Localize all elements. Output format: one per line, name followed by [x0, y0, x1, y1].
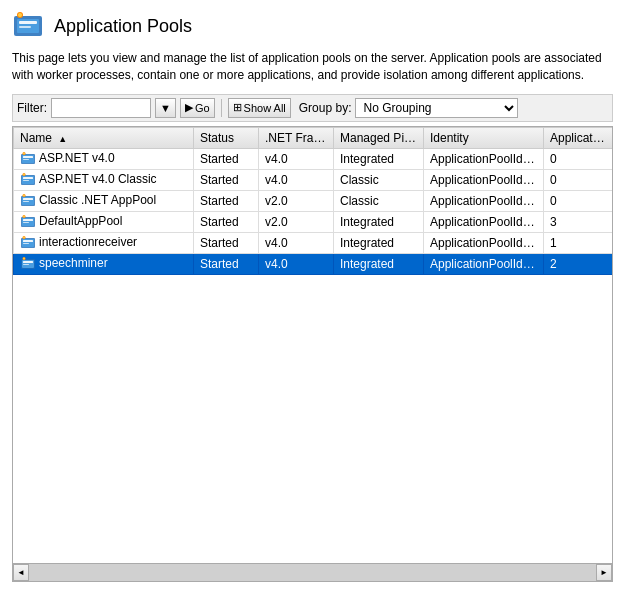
col-header-netframe[interactable]: .NET Frame... — [259, 127, 334, 148]
go-icon: ▶ — [185, 101, 193, 114]
table-row[interactable]: ASP.NET v4.0Startedv4.0IntegratedApplica… — [14, 148, 613, 169]
cell-app: 0 — [544, 190, 613, 211]
svg-rect-8 — [23, 156, 33, 158]
cell-netframe: v4.0 — [259, 253, 334, 274]
svg-point-11 — [23, 152, 25, 154]
cell-name: DefaultAppPool — [14, 211, 194, 232]
svg-point-41 — [23, 257, 25, 259]
show-all-icon: ⊞ — [233, 101, 242, 114]
svg-rect-20 — [23, 198, 33, 200]
cell-identity: ApplicationPoolIden... — [424, 169, 544, 190]
svg-point-17 — [23, 173, 25, 175]
table-header-row: Name ▲ Status .NET Frame... Managed Pipe… — [14, 127, 613, 148]
cell-status: Started — [194, 253, 259, 274]
page-container: Application Pools This page lets you vie… — [0, 0, 625, 592]
table-scroll[interactable]: Name ▲ Status .NET Frame... Managed Pipe… — [13, 127, 612, 563]
svg-rect-27 — [23, 222, 29, 223]
cell-name-text: ASP.NET v4.0 — [39, 151, 115, 165]
sort-arrow-icon: ▲ — [58, 134, 67, 144]
cell-pipeline: Classic — [334, 169, 424, 190]
app-pool-row-icon — [20, 256, 39, 270]
col-header-name[interactable]: Name ▲ — [14, 127, 194, 148]
cell-identity: ApplicationPoolIden... — [424, 148, 544, 169]
scroll-left-btn[interactable]: ◄ — [13, 564, 29, 581]
scrollbar-track[interactable] — [29, 564, 596, 581]
col-header-status[interactable]: Status — [194, 127, 259, 148]
svg-rect-2 — [19, 21, 37, 24]
scroll-left-icon: ◄ — [17, 568, 25, 577]
cell-netframe: v2.0 — [259, 190, 334, 211]
cell-pipeline: Integrated — [334, 253, 424, 274]
svg-rect-15 — [23, 180, 29, 181]
cell-app: 3 — [544, 211, 613, 232]
cell-status: Started — [194, 148, 259, 169]
cell-pipeline: Integrated — [334, 148, 424, 169]
svg-rect-3 — [19, 26, 31, 28]
svg-point-5 — [18, 13, 22, 17]
cell-pipeline: Integrated — [334, 211, 424, 232]
app-pool-row-icon — [20, 151, 39, 165]
cell-netframe: v4.0 — [259, 232, 334, 253]
cell-name: ASP.NET v4.0 — [14, 148, 194, 169]
cell-pipeline: Classic — [334, 190, 424, 211]
svg-rect-39 — [23, 264, 29, 265]
table-row[interactable]: speechminerStartedv4.0IntegratedApplicat… — [14, 253, 613, 274]
svg-rect-33 — [23, 243, 29, 244]
cell-netframe: v2.0 — [259, 211, 334, 232]
cell-status: Started — [194, 169, 259, 190]
scroll-right-btn[interactable]: ► — [596, 564, 612, 581]
table-row[interactable]: ASP.NET v4.0 ClassicStartedv4.0ClassicAp… — [14, 169, 613, 190]
cell-app: 0 — [544, 169, 613, 190]
cell-status: Started — [194, 190, 259, 211]
toolbar: Filter: ▼ ▶ Go ⊞ Show All Group by: No G… — [12, 94, 613, 122]
svg-rect-9 — [23, 159, 29, 160]
table-body: ASP.NET v4.0Startedv4.0IntegratedApplica… — [14, 148, 613, 274]
dropdown-arrow-icon: ▼ — [160, 102, 171, 114]
app-pools-table: Name ▲ Status .NET Frame... Managed Pipe… — [13, 127, 612, 275]
show-all-button[interactable]: ⊞ Show All — [228, 98, 291, 118]
svg-rect-21 — [23, 201, 29, 202]
svg-rect-26 — [23, 219, 33, 221]
app-pool-row-icon — [20, 214, 39, 228]
svg-rect-32 — [23, 240, 33, 242]
cell-name-text: interactionreceiver — [39, 235, 137, 249]
filter-dropdown-btn[interactable]: ▼ — [155, 98, 176, 118]
filter-input[interactable] — [51, 98, 151, 118]
svg-rect-38 — [23, 261, 33, 263]
page-title: Application Pools — [54, 16, 192, 37]
cell-name-text: speechminer — [39, 256, 108, 270]
cell-identity: ApplicationPoolIden... — [424, 253, 544, 274]
cell-name: Classic .NET AppPool — [14, 190, 194, 211]
app-pool-row-icon — [20, 235, 39, 249]
cell-app: 1 — [544, 232, 613, 253]
cell-name: speechminer — [14, 253, 194, 274]
cell-app: 2 — [544, 253, 613, 274]
cell-netframe: v4.0 — [259, 148, 334, 169]
horizontal-scrollbar[interactable]: ◄ ► — [13, 563, 612, 581]
table-row[interactable]: Classic .NET AppPoolStartedv2.0ClassicAp… — [14, 190, 613, 211]
cell-name-text: Classic .NET AppPool — [39, 193, 156, 207]
toolbar-separator — [221, 99, 222, 117]
svg-point-29 — [23, 215, 25, 217]
cell-identity: ApplicationPoolIden... — [424, 211, 544, 232]
table-row[interactable]: DefaultAppPoolStartedv2.0IntegratedAppli… — [14, 211, 613, 232]
cell-name-text: ASP.NET v4.0 Classic — [39, 172, 157, 186]
svg-rect-14 — [23, 177, 33, 179]
filter-label: Filter: — [17, 101, 47, 115]
app-pools-icon — [12, 10, 44, 42]
col-header-app[interactable]: Application — [544, 127, 613, 148]
cell-identity: ApplicationPoolIden... — [424, 232, 544, 253]
cell-name: ASP.NET v4.0 Classic — [14, 169, 194, 190]
go-button[interactable]: ▶ Go — [180, 98, 215, 118]
page-description: This page lets you view and manage the l… — [12, 50, 613, 84]
table-row[interactable]: interactionreceiverStartedv4.0Integrated… — [14, 232, 613, 253]
app-pool-row-icon — [20, 193, 39, 207]
group-by-select[interactable]: No Grouping Status .NET Framework Versio… — [355, 98, 518, 118]
col-header-identity[interactable]: Identity — [424, 127, 544, 148]
cell-status: Started — [194, 232, 259, 253]
cell-pipeline: Integrated — [334, 232, 424, 253]
cell-identity: ApplicationPoolIden... — [424, 190, 544, 211]
col-header-pipeline[interactable]: Managed Pipeli... — [334, 127, 424, 148]
cell-name: interactionreceiver — [14, 232, 194, 253]
group-by-label: Group by: — [299, 101, 352, 115]
